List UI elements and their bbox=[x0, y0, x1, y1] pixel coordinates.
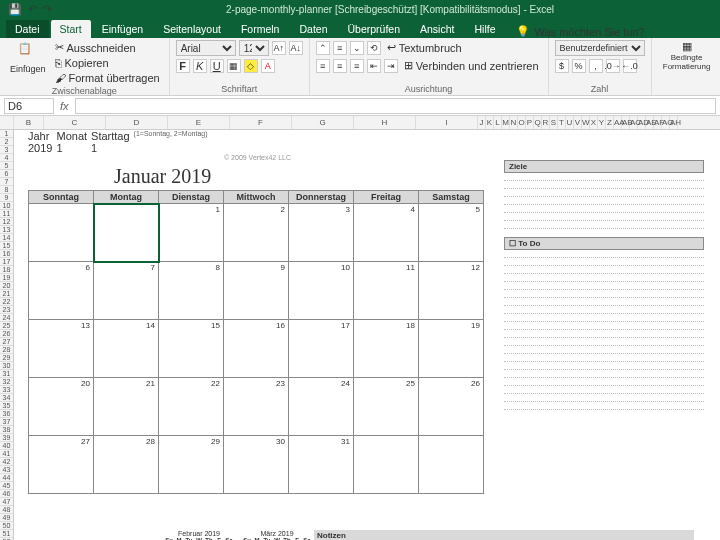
calendar-cell[interactable]: 22 bbox=[159, 378, 224, 436]
border-button[interactable]: ▦ bbox=[227, 59, 241, 73]
merge-icon: ⊞ bbox=[404, 59, 413, 72]
tab-start[interactable]: Start bbox=[51, 20, 91, 38]
calendar-cell[interactable]: 8 bbox=[159, 262, 224, 320]
inc-decimal-button[interactable]: .0→ bbox=[606, 59, 620, 73]
format-painter-button[interactable]: 🖌Format übertragen bbox=[52, 71, 163, 85]
calendar-cell[interactable]: 29 bbox=[159, 436, 224, 494]
calendar-cell[interactable]: 25 bbox=[354, 378, 419, 436]
fx-icon[interactable]: fx bbox=[60, 100, 69, 112]
calendar-cell[interactable]: 2 bbox=[224, 204, 289, 262]
tab-formulas[interactable]: Formeln bbox=[232, 20, 289, 38]
mini-calendars: Februar 2019SuMTuWThFSa12345678910111213… bbox=[164, 530, 320, 540]
group-alignment: Ausrichtung bbox=[316, 83, 542, 95]
calendar-cell[interactable]: 19 bbox=[419, 320, 484, 378]
bold-button[interactable]: F bbox=[176, 59, 190, 73]
startday-hint: (1=Sonntag, 2=Montag) bbox=[134, 130, 208, 137]
align-bottom-button[interactable]: ⌄ bbox=[350, 41, 364, 55]
calendar-cell[interactable]: 17 bbox=[289, 320, 354, 378]
calendar-cell[interactable]: 11 bbox=[354, 262, 419, 320]
align-middle-button[interactable]: ≡ bbox=[333, 41, 347, 55]
column-headers[interactable]: BCDEFGHIJKLMNOPQRSTUVWXYZAAABACADAEAFAGA… bbox=[0, 116, 720, 130]
grow-font-button[interactable]: A↑ bbox=[272, 41, 286, 55]
calendar-cell[interactable]: 31 bbox=[289, 436, 354, 494]
align-center-button[interactable]: ≡ bbox=[333, 59, 347, 73]
worksheet[interactable]: BCDEFGHIJKLMNOPQRSTUVWXYZAAABACADAEAFAGA… bbox=[0, 116, 720, 540]
redo-icon[interactable]: ↷ bbox=[43, 3, 52, 16]
font-name-select[interactable]: Arial bbox=[176, 40, 236, 56]
italic-button[interactable]: K bbox=[193, 59, 207, 73]
fill-color-button[interactable]: ◇ bbox=[244, 59, 258, 73]
number-format-select[interactable]: Benutzerdefiniert bbox=[555, 40, 645, 56]
comma-button[interactable]: , bbox=[589, 59, 603, 73]
currency-button[interactable]: $ bbox=[555, 59, 569, 73]
ribbon: 📋 Einfügen ✂Ausschneiden ⎘Kopieren 🖌Form… bbox=[0, 38, 720, 96]
calendar-cell[interactable]: 9 bbox=[224, 262, 289, 320]
calendar-cell[interactable]: 16 bbox=[224, 320, 289, 378]
tell-me[interactable]: 💡Was möchten Sie tun? bbox=[516, 25, 644, 38]
font-size-select[interactable]: 12 bbox=[239, 40, 269, 56]
calendar-cell[interactable]: 13 bbox=[29, 320, 94, 378]
save-icon[interactable]: 💾 bbox=[8, 3, 22, 16]
formula-input[interactable] bbox=[75, 98, 716, 114]
tab-help[interactable]: Hilfe bbox=[465, 20, 504, 38]
title-bar: 💾 ↶ ↷ 2-page-monthly-planner [Schreibges… bbox=[0, 0, 720, 18]
calendar-cell[interactable]: 26 bbox=[419, 378, 484, 436]
cut-button[interactable]: ✂Ausschneiden bbox=[52, 40, 163, 55]
calendar-cell[interactable] bbox=[354, 436, 419, 494]
calendar-cell[interactable]: 18 bbox=[354, 320, 419, 378]
calendar-cell[interactable]: 3 bbox=[289, 204, 354, 262]
tab-review[interactable]: Überprüfen bbox=[339, 20, 410, 38]
wrap-text-button[interactable]: ↩Textumbruch bbox=[384, 40, 465, 55]
calendar-cell[interactable]: 30 bbox=[224, 436, 289, 494]
align-right-button[interactable]: ≡ bbox=[350, 59, 364, 73]
calendar-cell[interactable] bbox=[419, 436, 484, 494]
calendar-cell[interactable]: 27 bbox=[29, 436, 94, 494]
name-box[interactable]: D6 bbox=[4, 98, 54, 114]
calendar-cell[interactable] bbox=[94, 204, 159, 262]
calendar-cell[interactable]: 4 bbox=[354, 204, 419, 262]
day-header: Mittwoch bbox=[224, 191, 289, 204]
calendar-cell[interactable]: 7 bbox=[94, 262, 159, 320]
indent-dec-button[interactable]: ⇤ bbox=[367, 59, 381, 73]
calendar-cell[interactable]: 24 bbox=[289, 378, 354, 436]
calendar-cell[interactable]: 20 bbox=[29, 378, 94, 436]
calendar-cell[interactable]: 1 bbox=[159, 204, 224, 262]
orientation-button[interactable]: ⟲ bbox=[367, 41, 381, 55]
todo-lines[interactable] bbox=[504, 250, 704, 410]
calendar-cell[interactable]: 14 bbox=[94, 320, 159, 378]
calendar-cell[interactable]: 23 bbox=[224, 378, 289, 436]
calendar-cell[interactable]: 12 bbox=[419, 262, 484, 320]
percent-button[interactable]: % bbox=[572, 59, 586, 73]
merge-button[interactable]: ⊞Verbinden und zentrieren bbox=[401, 58, 542, 73]
paste-button[interactable]: 📋 Einfügen bbox=[6, 40, 50, 85]
shrink-font-button[interactable]: A↓ bbox=[289, 41, 303, 55]
calendar-cell[interactable]: 21 bbox=[94, 378, 159, 436]
calendar-cell[interactable]: 15 bbox=[159, 320, 224, 378]
font-color-button[interactable]: A bbox=[261, 59, 275, 73]
goals-header: Ziele bbox=[504, 160, 704, 173]
tab-layout[interactable]: Seitenlayout bbox=[154, 20, 230, 38]
calendar-grid[interactable]: SonntagMontagDienstagMittwochDonnerstagF… bbox=[28, 190, 484, 494]
goals-lines[interactable] bbox=[504, 173, 704, 229]
calendar-cell[interactable]: 6 bbox=[29, 262, 94, 320]
align-top-button[interactable]: ⌃ bbox=[316, 41, 330, 55]
align-left-button[interactable]: ≡ bbox=[316, 59, 330, 73]
tab-file[interactable]: Datei bbox=[6, 20, 49, 38]
indent-inc-button[interactable]: ⇥ bbox=[384, 59, 398, 73]
calendar-cell[interactable]: 5 bbox=[419, 204, 484, 262]
dec-decimal-button[interactable]: ←.0 bbox=[623, 59, 637, 73]
calendar-cell[interactable]: 28 bbox=[94, 436, 159, 494]
todo-header: ☐ To Do bbox=[504, 237, 704, 250]
tab-data[interactable]: Daten bbox=[290, 20, 336, 38]
day-header: Samstag bbox=[419, 191, 484, 204]
calendar-cell[interactable] bbox=[29, 204, 94, 262]
window-title: 2-page-monthly-planner [Schreibgeschützt… bbox=[60, 4, 720, 15]
tab-view[interactable]: Ansicht bbox=[411, 20, 463, 38]
tab-insert[interactable]: Einfügen bbox=[93, 20, 152, 38]
calendar-cell[interactable]: 10 bbox=[289, 262, 354, 320]
underline-button[interactable]: U bbox=[210, 59, 224, 73]
scissors-icon: ✂ bbox=[55, 41, 64, 54]
copy-button[interactable]: ⎘Kopieren bbox=[52, 56, 163, 70]
row-headers[interactable]: 1234567891011121314151617181920212223242… bbox=[0, 130, 14, 540]
undo-icon[interactable]: ↶ bbox=[28, 3, 37, 16]
